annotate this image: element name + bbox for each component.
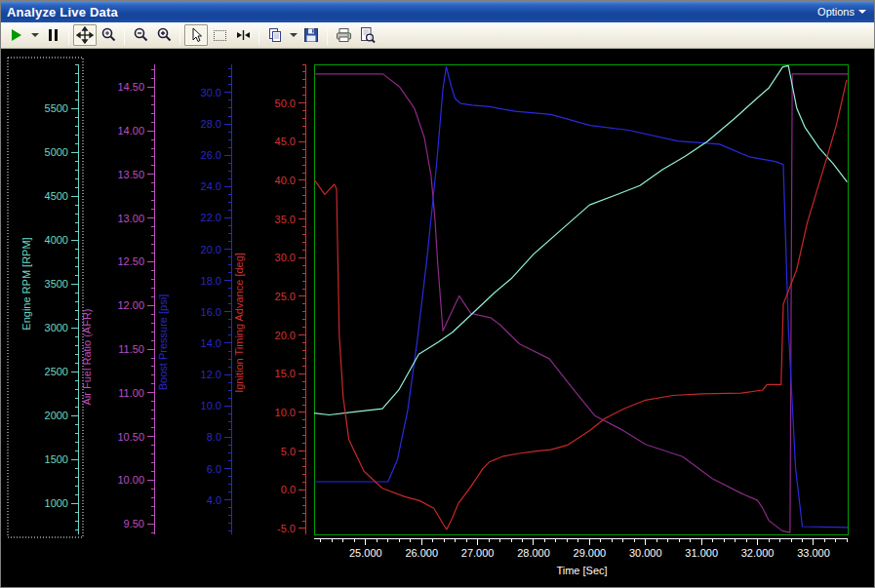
svg-text:12.00: 12.00 <box>117 299 144 311</box>
svg-text:4500: 4500 <box>45 190 68 202</box>
series-rpm <box>314 65 847 414</box>
svg-text:1500: 1500 <box>45 453 68 465</box>
svg-text:10.0: 10.0 <box>275 407 296 418</box>
svg-text:31.000: 31.000 <box>685 547 718 559</box>
title-bar: Analyze Live Data Options <box>1 1 874 22</box>
svg-text:25.000: 25.000 <box>349 547 382 559</box>
svg-text:35.0: 35.0 <box>275 214 296 225</box>
svg-text:45.0: 45.0 <box>275 136 296 147</box>
pan-button[interactable] <box>73 24 97 46</box>
separator <box>124 25 125 45</box>
svg-text:30.000: 30.000 <box>629 547 662 559</box>
svg-text:14.0: 14.0 <box>201 337 221 349</box>
svg-text:33.000: 33.000 <box>797 547 830 559</box>
play-icon <box>12 29 21 41</box>
y-axis-boost[interactable]: 4.06.08.010.012.014.016.018.020.022.024.… <box>157 64 232 534</box>
svg-text:11.00: 11.00 <box>118 387 144 399</box>
svg-text:10.50: 10.50 <box>117 431 144 443</box>
svg-text:20.0: 20.0 <box>275 330 296 341</box>
y-axis-label-ign: Ignition Timing Advance [deg] <box>233 253 245 393</box>
print-icon <box>335 26 353 44</box>
series-boost <box>314 66 848 527</box>
svg-text:40.0: 40.0 <box>275 175 296 186</box>
fit-axes-icon <box>234 26 252 44</box>
svg-text:26.000: 26.000 <box>405 547 438 559</box>
save-button[interactable] <box>299 24 323 46</box>
svg-text:28.0: 28.0 <box>201 118 221 130</box>
svg-text:11.50: 11.50 <box>118 343 144 355</box>
separator <box>179 25 180 45</box>
svg-text:10.0: 10.0 <box>201 400 221 412</box>
svg-text:25.0: 25.0 <box>275 291 296 302</box>
svg-text:12.50: 12.50 <box>117 255 144 267</box>
x-axis-label: Time [Sec] <box>556 565 607 576</box>
svg-text:-5.0: -5.0 <box>277 523 296 534</box>
svg-text:32.000: 32.000 <box>741 547 775 559</box>
svg-text:3000: 3000 <box>45 322 68 333</box>
svg-text:5000: 5000 <box>45 146 68 158</box>
separator <box>327 25 328 45</box>
separator <box>259 25 259 45</box>
window-title: Analyze Live Data <box>7 5 118 20</box>
zoom-out-button[interactable] <box>129 24 152 46</box>
dynamic-zoom-button[interactable] <box>97 24 120 46</box>
y-axis-afr[interactable]: 9.5010.0010.5011.0011.5012.0012.5013.001… <box>81 64 155 534</box>
copy-icon <box>266 26 284 44</box>
series-afr <box>314 74 848 532</box>
svg-text:13.00: 13.00 <box>117 213 144 224</box>
svg-text:0.0: 0.0 <box>281 484 296 495</box>
dynamic-zoom-icon <box>99 26 117 44</box>
pause-button[interactable] <box>41 24 64 46</box>
svg-text:2500: 2500 <box>45 366 68 377</box>
svg-text:1000: 1000 <box>45 497 68 509</box>
svg-text:4.0: 4.0 <box>207 494 221 506</box>
separator <box>68 25 69 45</box>
print-preview-button[interactable] <box>355 24 378 46</box>
svg-text:16.0: 16.0 <box>201 306 221 318</box>
svg-text:30.0: 30.0 <box>201 87 221 98</box>
chevron-down-icon <box>290 33 298 37</box>
pause-icon <box>49 29 58 41</box>
svg-text:26.0: 26.0 <box>201 149 221 161</box>
fit-axes-button[interactable] <box>231 24 255 46</box>
main-area: 1000150020002500300035004000450050005500… <box>1 49 874 587</box>
live-data-chart[interactable]: 1000150020002500300035004000450050005500… <box>1 49 874 587</box>
pan-icon <box>76 26 94 44</box>
svg-text:2000: 2000 <box>45 410 68 421</box>
svg-text:6.0: 6.0 <box>207 463 221 475</box>
copy-dropdown-button[interactable] <box>287 24 299 46</box>
zoom-out-icon <box>132 26 149 44</box>
svg-text:20.0: 20.0 <box>201 244 221 255</box>
svg-text:8.0: 8.0 <box>207 431 221 443</box>
toolbar <box>1 22 874 49</box>
y-axis-ign[interactable]: -5.00.05.010.015.020.025.030.035.040.045… <box>233 64 306 534</box>
svg-text:50.0: 50.0 <box>275 98 296 109</box>
svg-text:30.0: 30.0 <box>275 252 296 263</box>
select-region-button[interactable] <box>208 24 231 46</box>
analyze-live-data-window: Analyze Live Data Options <box>0 0 875 588</box>
select-region-icon <box>214 30 226 41</box>
svg-text:4000: 4000 <box>45 234 68 246</box>
run-dropdown-button[interactable] <box>28 24 41 46</box>
series-ign <box>314 80 847 529</box>
copy-button[interactable] <box>263 24 287 46</box>
y-axis-label-afr: Air Fuel Ratio (AFR) <box>81 308 93 405</box>
cursor-button[interactable] <box>184 24 208 46</box>
svg-text:5500: 5500 <box>45 102 68 114</box>
print-button[interactable] <box>332 24 355 46</box>
svg-text:5.0: 5.0 <box>281 446 296 457</box>
svg-text:14.00: 14.00 <box>117 125 144 137</box>
options-button[interactable]: Options <box>817 6 866 18</box>
y-axis-rpm[interactable]: 1000150020002500300035004000450050005500… <box>20 64 79 534</box>
chevron-down-icon <box>858 10 866 14</box>
x-axis[interactable]: 25.00026.00027.00028.00029.00030.00031.0… <box>314 538 848 576</box>
y-axis-label-boost: Boost Pressure [psi] <box>157 294 169 390</box>
svg-text:27.000: 27.000 <box>461 547 495 559</box>
y-axis-label-rpm: Engine RPM [RPM] <box>20 237 32 330</box>
zoom-in-button[interactable] <box>152 24 176 46</box>
run-button[interactable] <box>5 24 28 46</box>
svg-text:14.50: 14.50 <box>117 81 144 93</box>
options-label: Options <box>817 6 855 18</box>
svg-text:15.0: 15.0 <box>275 368 296 379</box>
save-icon <box>302 26 320 44</box>
